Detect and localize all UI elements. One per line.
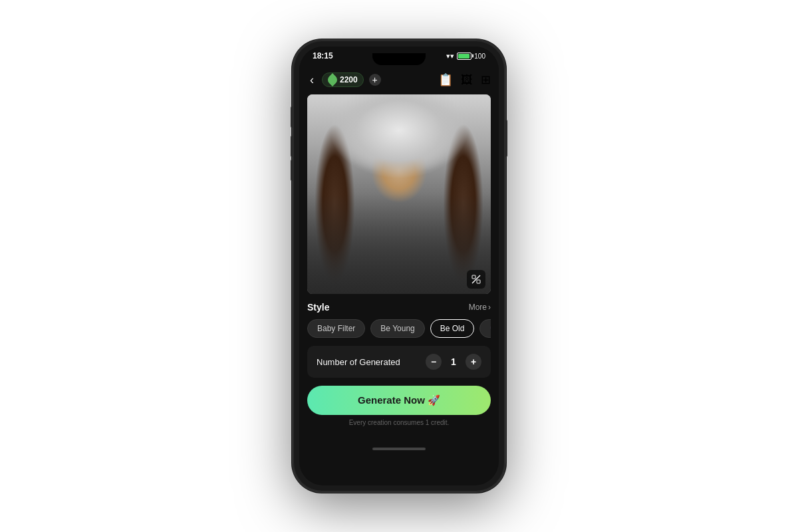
leaf-icon	[326, 73, 339, 86]
status-right: ▾▾ 100	[446, 52, 485, 61]
battery-fill	[458, 54, 469, 59]
generate-button[interactable]: Generate Now 🚀	[307, 386, 491, 415]
status-time: 18:15	[313, 51, 333, 61]
grid-icon[interactable]: ⊞	[481, 72, 491, 87]
home-bar	[372, 448, 426, 450]
generate-label: Generate Now 🚀	[358, 394, 440, 406]
number-control: − 1 +	[426, 354, 481, 370]
clipboard-icon[interactable]: 📋	[438, 72, 453, 87]
phone-shell: 18:15 ▾▾ 100 ‹ 2200 +	[293, 40, 505, 492]
portrait-image	[307, 94, 491, 294]
style-header: Style More ›	[307, 302, 491, 313]
content-area: Style More › Baby Filter Be Young	[299, 294, 499, 440]
number-label: Number of Generated	[317, 357, 400, 367]
app-header: ‹ 2200 + 📋 🖼 ⊞	[299, 65, 499, 94]
gallery-icon[interactable]: 🖼	[461, 73, 473, 87]
status-bar: 18:15 ▾▾ 100	[299, 47, 499, 65]
chip-random[interactable]: 🔮 Random	[479, 319, 491, 338]
credit-note: Every creation consumes 1 credit.	[299, 419, 499, 432]
number-value: 1	[450, 356, 458, 367]
style-title: Style	[307, 302, 329, 313]
crop-button[interactable]	[467, 270, 485, 289]
style-section: Style More › Baby Filter Be Young	[299, 302, 499, 346]
battery-label: 100	[474, 53, 485, 60]
number-of-generated-section: Number of Generated − 1 +	[307, 346, 491, 378]
credits-badge: 2200	[322, 72, 364, 87]
more-link[interactable]: More ›	[469, 303, 491, 312]
header-icons: 📋 🖼 ⊞	[438, 72, 491, 87]
photo-area	[307, 94, 491, 294]
battery-icon	[457, 53, 471, 60]
back-button[interactable]: ‹	[307, 70, 317, 90]
decrement-button[interactable]: −	[426, 354, 442, 370]
scene: 18:15 ▾▾ 100 ‹ 2200 +	[0, 0, 798, 532]
svg-rect-0	[472, 275, 475, 279]
chip-baby-filter[interactable]: Baby Filter	[307, 319, 365, 338]
chip-be-young[interactable]: Be Young	[370, 319, 424, 338]
svg-rect-1	[477, 280, 480, 283]
wifi-icon: ▾▾	[446, 52, 454, 61]
svg-line-2	[472, 275, 480, 283]
increment-button[interactable]: +	[466, 354, 481, 370]
notch	[372, 53, 426, 65]
home-indicator	[299, 440, 499, 458]
portrait-inner	[307, 94, 491, 294]
credits-value: 2200	[340, 75, 358, 84]
screen: 18:15 ▾▾ 100 ‹ 2200 +	[299, 47, 499, 485]
style-chips: Baby Filter Be Young Be Old 🔮 Random	[307, 319, 491, 338]
chip-be-old[interactable]: Be Old	[430, 319, 475, 338]
add-credits-button[interactable]: +	[369, 74, 381, 86]
